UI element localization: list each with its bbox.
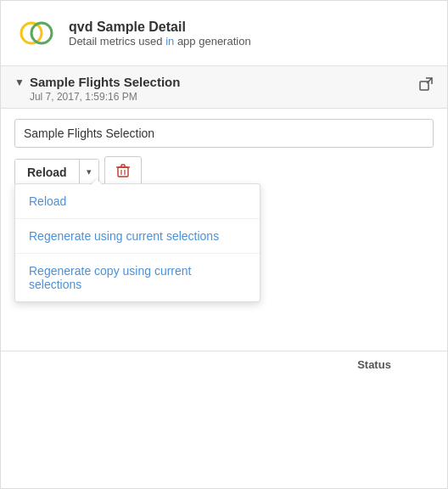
section-title: Sample Flights Selection (30, 75, 181, 89)
trash-icon (115, 163, 131, 178)
header-text: qvd Sample Detail Detail metrics used in… (69, 20, 251, 48)
section-title-group: Sample Flights Selection Jul 7, 2017, 1:… (30, 75, 181, 103)
section-datetime: Jul 7, 2017, 1:59:16 PM (30, 91, 181, 103)
chevron-down-icon: ▼ (14, 76, 25, 88)
reload-button-group: Reload ▾ (14, 159, 99, 186)
name-input[interactable] (14, 119, 434, 148)
dropdown-item-regenerate[interactable]: Regenerate using current selections (15, 219, 260, 254)
dropdown-arrow-indicator (90, 179, 104, 186)
dropdown-item-reload[interactable]: Reload (15, 184, 260, 219)
table-col-status-header: Status (315, 351, 434, 378)
main-content: Reload ▾ Reload R (1, 109, 447, 198)
section-left: ▼ Sample Flights Selection Jul 7, 2017, … (14, 75, 180, 103)
reload-button[interactable]: Reload (15, 160, 80, 185)
external-link-icon[interactable] (418, 76, 434, 95)
svg-line-3 (427, 78, 432, 83)
section-header: ▼ Sample Flights Selection Jul 7, 2017, … (1, 66, 447, 109)
dropdown-menu: Reload Regenerate using current selectio… (14, 183, 260, 302)
header: qvd Sample Detail Detail metrics used in… (1, 1, 447, 66)
app-title: qvd Sample Detail (69, 20, 251, 35)
app-logo (14, 11, 59, 55)
svg-rect-4 (118, 167, 128, 177)
dropdown-chevron-icon: ▾ (87, 166, 92, 177)
dropdown-item-regenerate-copy[interactable]: Regenerate copy using current selections (15, 254, 260, 301)
table-header: Status (1, 351, 447, 378)
page-container: qvd Sample Detail Detail metrics used in… (0, 0, 448, 489)
app-subtitle: Detail metrics used in app generation (69, 35, 251, 48)
table-col-name-header (14, 351, 315, 378)
